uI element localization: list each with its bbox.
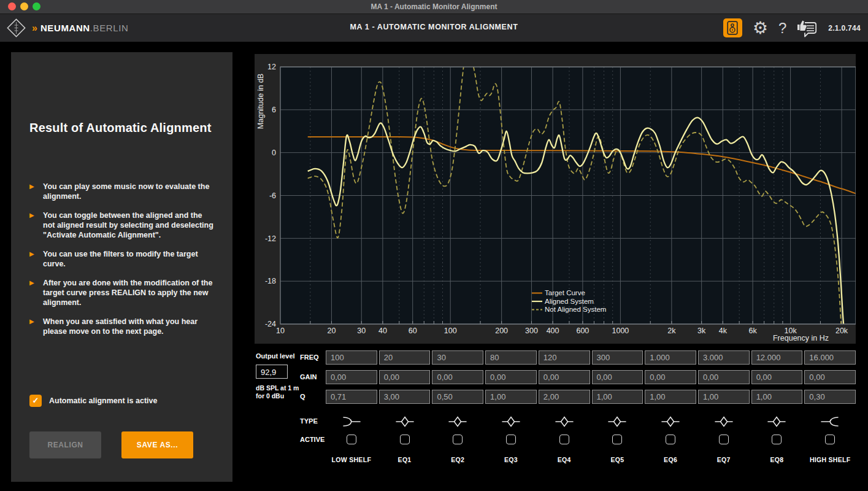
- eq-band-eq8: 12.0000,001,00EQ8: [751, 350, 803, 464]
- gain-cell[interactable]: 0,00: [751, 370, 803, 384]
- help-button[interactable]: ?: [778, 21, 786, 36]
- speaker-icon: [727, 21, 738, 35]
- x-tick-label: 40: [378, 327, 387, 335]
- band-active-checkbox[interactable]: [719, 435, 729, 444]
- x-tick-label: 4k: [719, 327, 728, 335]
- band-active-cell: [645, 434, 696, 445]
- freq-cell[interactable]: 80: [485, 350, 537, 365]
- gain-cell[interactable]: 0,00: [539, 370, 590, 384]
- gain-cell[interactable]: 0,00: [645, 370, 696, 384]
- x-tick-label: 3k: [697, 327, 706, 335]
- y-tick-label: -6: [269, 191, 276, 200]
- gain-cell[interactable]: 0,00: [698, 370, 750, 384]
- save-as-button[interactable]: SAVE AS...: [121, 431, 193, 458]
- bullet-arrow-icon: ▶: [29, 278, 43, 287]
- filter-type-icon: [432, 412, 483, 431]
- titlebar: MA 1 - Automatic Monitor Alignment: [0, 0, 868, 14]
- output-level-input[interactable]: 92,9: [256, 365, 288, 379]
- band-active-checkbox[interactable]: [347, 435, 356, 444]
- q-cell[interactable]: 1,00: [698, 390, 750, 404]
- gain-cell[interactable]: 0,00: [432, 370, 483, 384]
- gear-icon: ⚙: [753, 20, 768, 37]
- q-cell[interactable]: 3,00: [379, 390, 431, 404]
- band-active-checkbox[interactable]: [612, 435, 622, 444]
- eq-row-label-active: ACTIVE: [300, 436, 325, 443]
- eq-table: 1000,000,71LOW SHELF200,003,00EQ1300,000…: [326, 350, 856, 464]
- y-tick-label: 0: [272, 149, 276, 157]
- x-tick-label: 2k: [667, 327, 676, 335]
- band-label: EQ4: [539, 456, 590, 464]
- instruction-item: ▶You can play some music now to evaluate…: [29, 182, 213, 201]
- instruction-item: ▶You can toggle between the aligned and …: [29, 211, 213, 240]
- close-button[interactable]: [8, 2, 16, 10]
- x-tick-label: 30: [357, 327, 366, 335]
- instruction-list: ▶You can play some music now to evaluate…: [29, 182, 213, 336]
- freq-cell[interactable]: 12.000: [751, 350, 803, 365]
- band-active-checkbox[interactable]: [559, 435, 569, 444]
- realign-button[interactable]: REALIGN: [29, 431, 101, 458]
- chart-panel: 1260-6-12-18-241020304060100200300400600…: [255, 54, 856, 344]
- q-cell[interactable]: 1,00: [485, 390, 537, 404]
- freq-cell[interactable]: 300: [592, 350, 643, 365]
- monitor-setup-button[interactable]: [723, 18, 742, 37]
- eq-band-high-shelf: 16.0000,000,30HIGH SHELF: [804, 350, 856, 464]
- legend-label: Aligned System: [545, 298, 594, 305]
- band-active-cell: [698, 434, 750, 445]
- eq-band-low-shelf: 1000,000,71LOW SHELF: [326, 350, 377, 464]
- zoom-button[interactable]: [33, 2, 40, 10]
- y-tick-label: 6: [272, 106, 276, 114]
- gain-cell[interactable]: 0,00: [804, 370, 856, 384]
- freq-cell[interactable]: 100: [326, 350, 377, 365]
- version-label: 2.1.0.744: [828, 24, 861, 33]
- legend-label: Not Aligned System: [545, 306, 606, 313]
- q-cell[interactable]: 0,30: [804, 390, 856, 404]
- eq-band-eq4: 1200,002,00EQ4: [539, 350, 590, 464]
- eq-band-eq1: 200,003,00EQ1: [379, 350, 431, 464]
- band-active-checkbox[interactable]: [506, 435, 516, 444]
- eq-band-eq7: 3.0000,001,00EQ7: [698, 350, 750, 464]
- filter-type-icon: [485, 412, 537, 431]
- minimize-button[interactable]: [20, 2, 28, 10]
- automatic-alignment-checkbox[interactable]: ✓: [29, 395, 42, 407]
- legend-label: Target Curve: [545, 289, 585, 296]
- band-label: HIGH SHELF: [804, 456, 856, 464]
- gain-cell[interactable]: 0,00: [379, 370, 431, 384]
- header-actions: ⚙ ? 2.1.0.744: [723, 14, 861, 42]
- band-active-cell: [592, 434, 643, 445]
- instruction-text: When you are satisfied with what you hea…: [43, 317, 213, 336]
- q-cell[interactable]: 0,50: [432, 390, 483, 404]
- freq-cell[interactable]: 30: [432, 350, 483, 365]
- q-cell[interactable]: 1,00: [592, 390, 643, 404]
- band-active-checkbox[interactable]: [453, 435, 463, 444]
- freq-cell[interactable]: 1.000: [645, 350, 696, 365]
- gain-cell[interactable]: 0,00: [485, 370, 537, 384]
- freq-cell[interactable]: 16.000: [804, 350, 856, 365]
- freq-cell[interactable]: 120: [539, 350, 590, 365]
- x-tick-label: 20: [327, 327, 336, 335]
- freq-cell[interactable]: 3.000: [698, 350, 750, 365]
- bullet-arrow-icon: ▶: [29, 317, 43, 326]
- filter-type-icon: [804, 412, 856, 431]
- q-cell[interactable]: 2,00: [539, 390, 590, 404]
- freq-cell[interactable]: 20: [379, 350, 431, 365]
- band-active-cell: [326, 434, 377, 445]
- settings-button[interactable]: ⚙: [753, 20, 768, 37]
- band-label: EQ3: [485, 456, 537, 464]
- q-cell[interactable]: 0,71: [326, 390, 377, 404]
- window-title: MA 1 - Automatic Monitor Alignment: [371, 2, 497, 11]
- q-cell[interactable]: 1,00: [645, 390, 696, 404]
- q-cell[interactable]: 1,00: [751, 390, 803, 404]
- band-active-checkbox[interactable]: [666, 435, 675, 444]
- instruction-text: You can use the filters to modify the ta…: [43, 249, 213, 269]
- feedback-button[interactable]: [797, 19, 818, 37]
- y-tick-label: -18: [265, 277, 276, 285]
- band-active-checkbox[interactable]: [400, 435, 410, 444]
- gain-cell[interactable]: 0,00: [326, 370, 377, 384]
- band-label: EQ2: [432, 456, 483, 464]
- band-active-checkbox[interactable]: [825, 435, 835, 444]
- x-tick-label: 200: [495, 327, 508, 335]
- x-tick-label: 60: [409, 327, 417, 335]
- band-active-checkbox[interactable]: [772, 435, 782, 444]
- gain-cell[interactable]: 0,00: [592, 370, 643, 384]
- eq-band-eq6: 1.0000,001,00EQ6: [645, 350, 696, 464]
